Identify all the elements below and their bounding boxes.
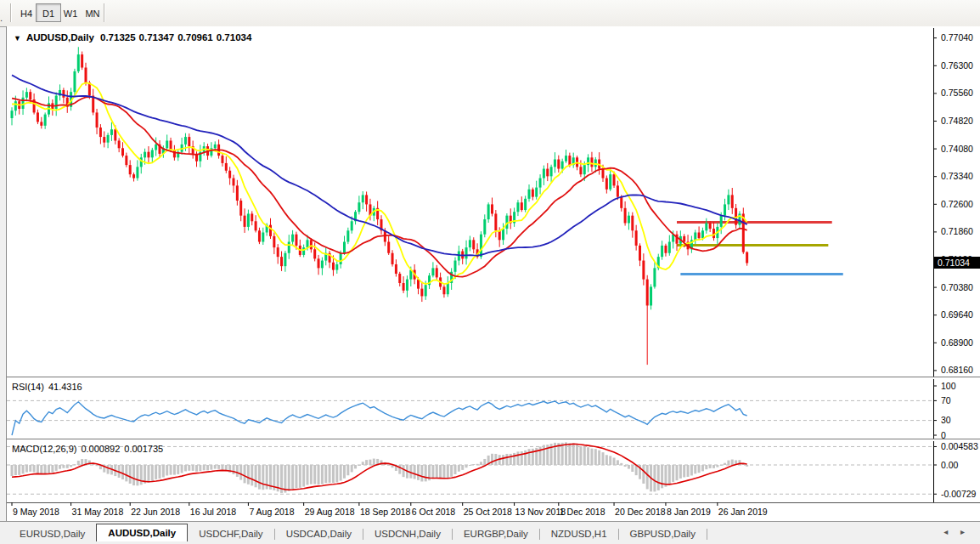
tab-usdcad-daily[interactable]: USDCAD,Daily: [275, 527, 363, 541]
date-label: 26 Jan 2019: [718, 507, 768, 517]
svg-text:0.74820: 0.74820: [941, 116, 973, 126]
svg-text:0.68900: 0.68900: [941, 337, 973, 348]
svg-text:70: 70: [941, 395, 951, 405]
svg-text:-0.00729: -0.00729: [941, 489, 977, 499]
macd-main-value: 0.000892: [81, 444, 120, 454]
date-label: 16 Jul 2018: [190, 507, 236, 517]
chevron-down-icon[interactable]: ▼: [14, 34, 21, 42]
rsi-canvas[interactable]: 10070300: [7, 379, 980, 439]
ohlc-open: 0.71325: [100, 32, 136, 42]
svg-text:0: 0: [941, 430, 946, 439]
mt4-window: . H4D1W1MN 0.770400.763000.755600.748200…: [0, 0, 980, 544]
timeframe-toolbar: . H4D1W1MN: [0, 0, 980, 27]
date-label: 6 Oct 2018: [412, 507, 456, 517]
svg-text:0.74080: 0.74080: [941, 144, 973, 154]
date-label: 31 May 2018: [72, 507, 124, 517]
svg-text:0.72600: 0.72600: [941, 199, 973, 209]
main-chart-panel: 0.770400.763000.755600.748200.740800.733…: [7, 28, 980, 377]
current-price-tag: 0.71034: [934, 257, 980, 269]
scroll-right-icon[interactable]: ▸: [960, 527, 965, 536]
scroll-left-icon[interactable]: ◂: [943, 527, 948, 536]
date-label: 13 Nov 2018: [515, 507, 566, 517]
tab-eurgbp-daily[interactable]: EURGBP,Daily: [453, 527, 539, 541]
tab-usdchf-daily[interactable]: USDCHF,Daily: [188, 527, 273, 541]
tab-separator: [707, 529, 707, 540]
ma-line-20: [12, 97, 747, 277]
macd-signal-value: 0.001735: [124, 444, 163, 454]
toolbar-separator: [10, 3, 12, 22]
chart-title: ▼AUDUSD,Daily 0.713250.713470.709610.710…: [14, 32, 255, 42]
main-chart-canvas[interactable]: 0.770400.763000.755600.748200.740800.733…: [7, 28, 980, 377]
rsi-panel: 10070300 RSI(14)41.4316: [7, 379, 980, 439]
date-label: 1 Dec 2018: [560, 507, 605, 517]
svg-text:0.00: 0.00: [941, 460, 959, 470]
tab-gbpusd-daily[interactable]: GBPUSD,Daily: [619, 527, 707, 541]
date-axis[interactable]: 9 May 201831 May 201822 Jun 201816 Jul 2…: [7, 502, 980, 519]
chart-tab-bar: EURUSD,DailyAUDUSD,DailyUSDCHF,DailyUSDC…: [0, 521, 980, 544]
ohlc-close: 0.71034: [217, 32, 252, 42]
date-label: 7 Aug 2018: [249, 507, 294, 517]
date-label: 22 Jun 2018: [131, 507, 180, 517]
partial-toolbar-button[interactable]: .: [0, 3, 8, 22]
ma-line-8: [12, 82, 747, 284]
macd-panel: 0.0045830.00-0.00729 MACD(12,26,9)0.0008…: [7, 441, 980, 502]
tab-usdcnh-daily[interactable]: USDCNH,Daily: [363, 527, 452, 541]
svg-text:30: 30: [941, 415, 951, 425]
svg-text:0.71860: 0.71860: [941, 226, 973, 236]
toolbar-button-mn[interactable]: MN: [80, 3, 105, 22]
rsi-value: 41.4316: [48, 382, 82, 392]
date-label: 18 Sep 2018: [360, 507, 411, 517]
macd-label: MACD(12,26,9)0.0008920.001735: [12, 444, 167, 454]
date-label: 8 Jan 2019: [667, 507, 711, 517]
svg-text:0.68160: 0.68160: [941, 365, 973, 375]
tab-eurusd-daily[interactable]: EURUSD,Daily: [8, 527, 96, 541]
date-label: 25 Oct 2018: [464, 507, 512, 517]
tab-audusd-daily[interactable]: AUDUSD,Daily: [96, 524, 188, 541]
svg-text:0.77040: 0.77040: [941, 32, 973, 42]
ma-line-45: [12, 75, 747, 255]
chart-window: 0.770400.763000.755600.748200.740800.733…: [6, 26, 980, 521]
date-label: 29 Aug 2018: [305, 507, 355, 517]
svg-text:0.73340: 0.73340: [941, 171, 973, 181]
ohlc-high: 0.71347: [139, 32, 175, 42]
svg-text:0.69640: 0.69640: [941, 309, 973, 320]
svg-text:0.75560: 0.75560: [941, 88, 973, 98]
svg-text:0.70380: 0.70380: [941, 282, 973, 292]
svg-text:0.004583: 0.004583: [941, 441, 978, 451]
ohlc-low: 0.70961: [177, 32, 213, 42]
svg-text:100: 100: [941, 381, 956, 391]
symbol-label: AUDUSD,Daily: [26, 32, 94, 42]
tab-nzdusd-h1[interactable]: NZDUSD,H1: [540, 527, 618, 541]
date-label: 20 Dec 2018: [615, 507, 666, 517]
date-label: 9 May 2018: [13, 507, 59, 517]
rsi-line: [12, 401, 747, 435]
svg-text:0.76300: 0.76300: [941, 60, 973, 71]
toolbar-separator: [104, 3, 105, 22]
candles: [11, 47, 749, 365]
rsi-label: RSI(14)41.4316: [12, 382, 87, 392]
